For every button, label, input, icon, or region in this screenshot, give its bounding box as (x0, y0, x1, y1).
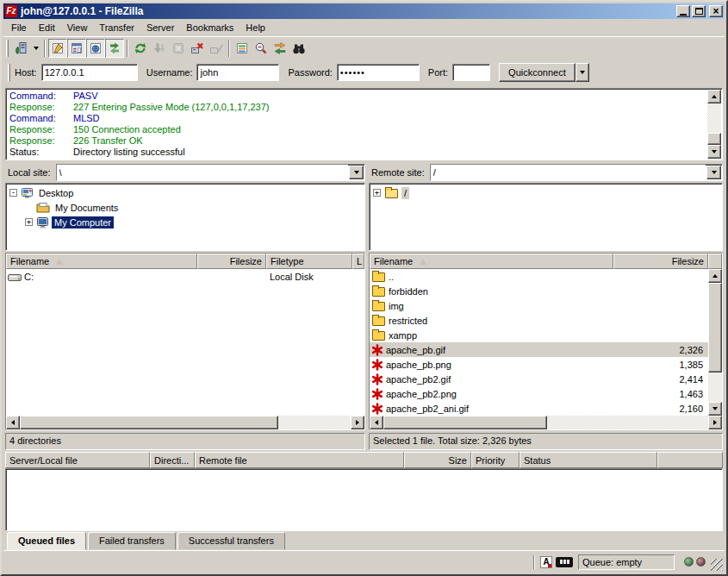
column-header-server-local-file[interactable]: Server/Local file (5, 452, 150, 468)
scroll-up-button[interactable] (708, 269, 722, 283)
scrollbar-thumb[interactable] (383, 416, 547, 429)
host-input[interactable] (41, 64, 138, 81)
minimize-button[interactable] (676, 5, 690, 17)
scroll-left-button[interactable] (370, 416, 383, 429)
remote-file-row[interactable]: restricted (370, 313, 708, 328)
scrollbar-thumb[interactable] (20, 416, 278, 429)
remote-file-row[interactable]: .. (370, 269, 708, 284)
expand-expander[interactable]: + (373, 189, 381, 197)
maximize-button[interactable] (692, 5, 706, 17)
remote-horizontal-scrollbar[interactable] (370, 416, 722, 429)
column-header-size[interactable]: Size (404, 452, 471, 468)
collapse-expander[interactable]: - (9, 189, 17, 197)
menu-edit[interactable]: Edit (33, 20, 61, 35)
close-icon: × (712, 7, 719, 16)
column-header-filesize[interactable]: Filesize (613, 254, 708, 269)
tab-failed-transfers[interactable]: Failed transfers (88, 532, 176, 550)
toolbar-separator (127, 40, 128, 57)
column-header-filetype[interactable]: Filetype (266, 254, 352, 269)
tree-item-my-documents[interactable]: My Documents (6, 200, 364, 215)
tab-successful-transfers[interactable]: Successful transfers (177, 532, 285, 550)
toolbar-grip[interactable] (6, 40, 9, 57)
process-queue-button[interactable] (150, 39, 169, 58)
compare-button[interactable] (252, 39, 271, 58)
close-button[interactable]: × (709, 5, 723, 17)
column-header-filesize[interactable]: Filesize (197, 254, 266, 269)
remote-file-row-selected[interactable]: apache_pb.gif2,326 (370, 342, 708, 357)
scroll-right-button[interactable] (708, 416, 722, 429)
scrollbar-track[interactable] (20, 416, 351, 429)
menu-bookmarks[interactable]: Bookmarks (180, 20, 240, 35)
expand-expander[interactable]: + (25, 218, 33, 226)
scroll-up-button[interactable] (707, 90, 721, 103)
speed-limit-icon[interactable] (556, 557, 573, 567)
menu-view[interactable]: View (61, 20, 94, 35)
quickconnect-dropdown[interactable] (576, 63, 589, 82)
column-header-priority[interactable]: Priority (471, 452, 520, 468)
toggle-remote-tree-button[interactable] (86, 39, 105, 58)
scrollbar-track[interactable] (707, 103, 721, 145)
tree-item-desktop[interactable]: - Desktop (6, 185, 364, 200)
local-file-row[interactable]: C: Local Disk (6, 269, 364, 284)
column-header-status[interactable]: Status (520, 452, 657, 468)
tab-queued-files[interactable]: Queued files (7, 532, 86, 550)
tree-item-root[interactable]: + / (370, 185, 722, 200)
remote-file-row[interactable]: forbidden (370, 284, 708, 298)
reconnect-button[interactable] (207, 39, 226, 58)
column-header-last-modified[interactable]: L (352, 254, 364, 269)
username-input[interactable] (196, 64, 279, 81)
remote-file-row[interactable]: apache_pb2.gif2,414 (370, 372, 708, 386)
quickconnect-grip[interactable] (8, 64, 10, 81)
log-line-label: Response: (9, 135, 73, 147)
local-site-bar: Local site: (5, 163, 365, 181)
synchronized-browsing-button[interactable] (271, 39, 289, 58)
scrollbar-thumb[interactable] (708, 283, 722, 373)
column-header-direction[interactable]: Directi... (150, 452, 195, 468)
scrollbar-thumb[interactable] (707, 133, 721, 145)
column-header-filename[interactable]: Filename (6, 254, 197, 269)
scrollbar-track[interactable] (383, 416, 708, 429)
filename-cell: xampp (389, 330, 417, 341)
resize-grip-icon[interactable] (711, 559, 723, 571)
menu-help[interactable]: Help (240, 20, 271, 35)
menu-file[interactable]: File (5, 20, 33, 35)
toggle-queue-button[interactable] (105, 39, 124, 58)
remote-file-row[interactable]: xampp (370, 328, 708, 342)
column-header-filename[interactable]: Filename (370, 254, 613, 269)
column-header-remote-file[interactable]: Remote file (195, 452, 404, 468)
scroll-left-button[interactable] (6, 416, 20, 429)
scrollbar-track[interactable] (708, 283, 722, 402)
toggle-local-tree-button[interactable] (67, 39, 86, 58)
site-manager-dropdown[interactable] (30, 39, 41, 58)
column-label: Server/Local file (9, 455, 78, 466)
scroll-down-button[interactable] (707, 145, 721, 159)
local-horizontal-scrollbar[interactable] (6, 416, 364, 429)
port-input[interactable] (452, 64, 490, 81)
menu-server[interactable]: Server (140, 20, 180, 35)
remote-file-row[interactable]: apache_pb2.png1,463 (370, 386, 708, 401)
remote-file-row[interactable]: apache_pb2_ani.gif2,160 (370, 401, 708, 416)
scroll-right-button[interactable] (351, 416, 364, 429)
data-type-icon[interactable]: A (540, 556, 552, 568)
site-manager-button[interactable] (11, 39, 30, 58)
find-button[interactable] (289, 39, 308, 58)
password-input[interactable] (337, 64, 420, 81)
menu-transfer[interactable]: Transfer (93, 20, 140, 35)
refresh-button[interactable] (131, 39, 150, 58)
column-label: Status (524, 455, 551, 466)
scroll-down-button[interactable] (708, 402, 722, 416)
disconnect-button[interactable] (188, 39, 207, 58)
remote-site-input[interactable] (431, 165, 706, 180)
quickconnect-button[interactable]: Quickconnect (499, 63, 576, 82)
local-site-dropdown[interactable] (349, 166, 364, 179)
remote-file-row[interactable]: img (370, 298, 708, 313)
remote-site-dropdown[interactable] (706, 166, 721, 179)
filter-button[interactable] (233, 39, 252, 58)
tree-item-my-computer[interactable]: + My Computer (6, 215, 364, 229)
toggle-message-log-button[interactable] (48, 39, 67, 58)
remote-vertical-scrollbar[interactable] (708, 269, 722, 416)
cancel-button[interactable] (169, 39, 188, 58)
local-site-input[interactable] (57, 165, 348, 180)
remote-file-row[interactable]: apache_pb.png1,385 (370, 357, 708, 372)
log-scrollbar[interactable] (707, 90, 721, 159)
